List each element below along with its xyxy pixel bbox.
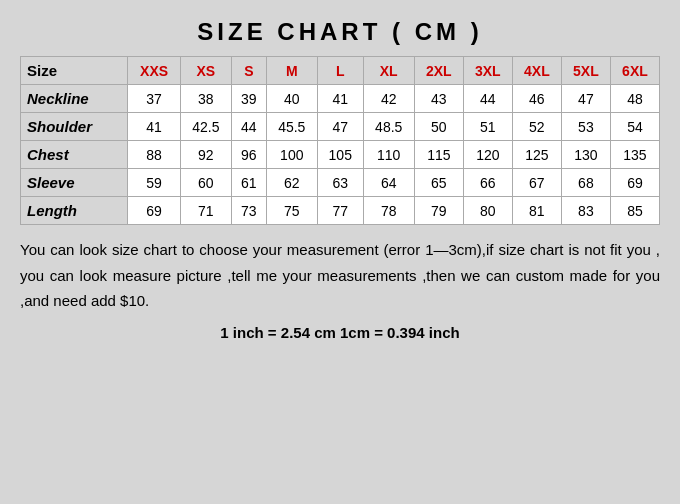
table-row: 77: [317, 197, 363, 225]
size-chart-table: Size XXS XS S M L XL 2XL 3XL 4XL 5XL 6XL…: [20, 56, 660, 225]
table-row: 42: [363, 85, 414, 113]
table-row: 47: [317, 113, 363, 141]
row-label-shoulder: Shoulder: [21, 113, 128, 141]
table-row: 67: [512, 169, 561, 197]
table-row: 39: [231, 85, 266, 113]
table-row: 115: [414, 141, 463, 169]
main-container: SIZE CHART ( CM ) Size XXS XS S M L XL 2…: [10, 10, 670, 349]
table-row: 66: [463, 169, 512, 197]
table-row: 85: [610, 197, 659, 225]
size-l: L: [317, 57, 363, 85]
table-row: 125: [512, 141, 561, 169]
table-row: 64: [363, 169, 414, 197]
table-row: 41: [128, 113, 180, 141]
table-row: 88: [128, 141, 180, 169]
table-row: 65: [414, 169, 463, 197]
table-row: 120: [463, 141, 512, 169]
table-row: 44: [231, 113, 266, 141]
size-column-header: Size: [21, 57, 128, 85]
table-row: 61: [231, 169, 266, 197]
table-row: 78: [363, 197, 414, 225]
table-row: 48.5: [363, 113, 414, 141]
table-row: 54: [610, 113, 659, 141]
table-row: 44: [463, 85, 512, 113]
size-xs: XS: [180, 57, 231, 85]
table-row: 43: [414, 85, 463, 113]
row-label-chest: Chest: [21, 141, 128, 169]
table-row: 42.5: [180, 113, 231, 141]
table-row: 135: [610, 141, 659, 169]
row-label-sleeve: Sleeve: [21, 169, 128, 197]
page-title: SIZE CHART ( CM ): [20, 18, 660, 46]
table-row: 71: [180, 197, 231, 225]
table-row: 59: [128, 169, 180, 197]
size-s: S: [231, 57, 266, 85]
table-row: 92: [180, 141, 231, 169]
table-row: 46: [512, 85, 561, 113]
table-row: 105: [317, 141, 363, 169]
table-row: 83: [561, 197, 610, 225]
table-row: 96: [231, 141, 266, 169]
size-3xl: 3XL: [463, 57, 512, 85]
table-row: 73: [231, 197, 266, 225]
size-5xl: 5XL: [561, 57, 610, 85]
table-row: 38: [180, 85, 231, 113]
table-row: 80: [463, 197, 512, 225]
table-row: 69: [128, 197, 180, 225]
table-row: 68: [561, 169, 610, 197]
table-row: 63: [317, 169, 363, 197]
table-row: 75: [266, 197, 317, 225]
table-row: 62: [266, 169, 317, 197]
table-row: 81: [512, 197, 561, 225]
table-row: 45.5: [266, 113, 317, 141]
note-text: You can look size chart to choose your m…: [20, 237, 660, 314]
table-row: 41: [317, 85, 363, 113]
table-row: 37: [128, 85, 180, 113]
table-row: 110: [363, 141, 414, 169]
table-row: 50: [414, 113, 463, 141]
size-xxs: XXS: [128, 57, 180, 85]
table-row: 100: [266, 141, 317, 169]
table-row: 69: [610, 169, 659, 197]
size-2xl: 2XL: [414, 57, 463, 85]
size-6xl: 6XL: [610, 57, 659, 85]
table-row: 40: [266, 85, 317, 113]
row-label-neckline: Neckline: [21, 85, 128, 113]
table-row: 47: [561, 85, 610, 113]
size-4xl: 4XL: [512, 57, 561, 85]
table-row: 130: [561, 141, 610, 169]
conversion-text: 1 inch = 2.54 cm 1cm = 0.394 inch: [20, 324, 660, 341]
table-row: 79: [414, 197, 463, 225]
table-row: 51: [463, 113, 512, 141]
row-label-length: Length: [21, 197, 128, 225]
table-row: 48: [610, 85, 659, 113]
table-row: 53: [561, 113, 610, 141]
size-xl: XL: [363, 57, 414, 85]
table-row: 52: [512, 113, 561, 141]
table-row: 60: [180, 169, 231, 197]
size-m: M: [266, 57, 317, 85]
